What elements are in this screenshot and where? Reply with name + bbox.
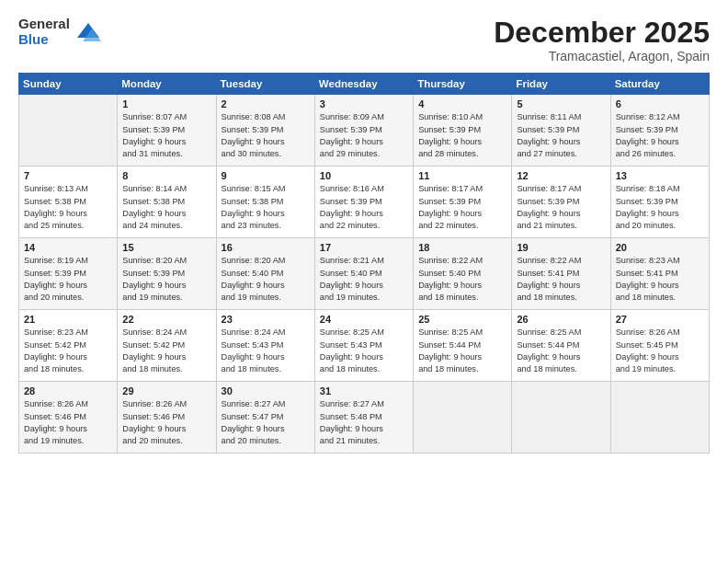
day-number: 14 — [24, 242, 112, 253]
day-cell: 11Sunrise: 8:17 AM Sunset: 5:39 PM Dayli… — [414, 167, 512, 238]
day-cell: 16Sunrise: 8:20 AM Sunset: 5:40 PM Dayli… — [216, 238, 314, 310]
day-number: 5 — [517, 98, 605, 109]
day-info: Sunrise: 8:17 AM Sunset: 5:39 PM Dayligh… — [418, 183, 506, 232]
day-number: 24 — [320, 314, 408, 325]
day-info: Sunrise: 8:26 AM Sunset: 5:46 PM Dayligh… — [122, 398, 210, 447]
day-info: Sunrise: 8:09 AM Sunset: 5:39 PM Dayligh… — [320, 111, 408, 160]
day-number: 11 — [418, 170, 506, 181]
day-number: 9 — [222, 170, 310, 181]
day-cell: 18Sunrise: 8:22 AM Sunset: 5:40 PM Dayli… — [414, 238, 512, 310]
title-block: December 2025 Tramacastiel, Aragon, Spai… — [494, 17, 710, 63]
day-number: 20 — [616, 242, 704, 253]
day-cell: 3Sunrise: 8:09 AM Sunset: 5:39 PM Daylig… — [314, 95, 413, 167]
week-row-3: 14Sunrise: 8:19 AM Sunset: 5:39 PM Dayli… — [19, 238, 710, 310]
day-cell: 10Sunrise: 8:16 AM Sunset: 5:39 PM Dayli… — [314, 167, 413, 238]
day-number: 10 — [320, 170, 408, 181]
page-header: General Blue December 2025 Tramacastiel,… — [18, 17, 710, 63]
day-info: Sunrise: 8:22 AM Sunset: 5:40 PM Dayligh… — [418, 255, 506, 304]
day-cell: 5Sunrise: 8:11 AM Sunset: 5:39 PM Daylig… — [512, 95, 610, 167]
day-cell: 24Sunrise: 8:25 AM Sunset: 5:43 PM Dayli… — [314, 310, 413, 382]
day-cell: 6Sunrise: 8:12 AM Sunset: 5:39 PM Daylig… — [610, 95, 709, 167]
logo-blue: Blue — [18, 32, 70, 48]
day-info: Sunrise: 8:19 AM Sunset: 5:39 PM Dayligh… — [24, 255, 112, 304]
day-number: 8 — [122, 170, 210, 181]
day-number: 3 — [320, 98, 408, 109]
day-info: Sunrise: 8:14 AM Sunset: 5:38 PM Dayligh… — [122, 183, 210, 232]
day-info: Sunrise: 8:22 AM Sunset: 5:41 PM Dayligh… — [517, 255, 605, 304]
day-cell: 23Sunrise: 8:24 AM Sunset: 5:43 PM Dayli… — [216, 310, 314, 382]
weekday-thursday: Thursday — [414, 74, 512, 95]
day-info: Sunrise: 8:08 AM Sunset: 5:39 PM Dayligh… — [222, 111, 310, 160]
day-info: Sunrise: 8:24 AM Sunset: 5:42 PM Dayligh… — [122, 327, 210, 375]
day-cell: 17Sunrise: 8:21 AM Sunset: 5:40 PM Dayli… — [314, 238, 413, 310]
day-cell: 1Sunrise: 8:07 AM Sunset: 5:39 PM Daylig… — [118, 95, 216, 167]
day-number: 21 — [24, 314, 112, 325]
day-number: 19 — [517, 242, 605, 253]
day-number: 18 — [418, 242, 506, 253]
location: Tramacastiel, Aragon, Spain — [494, 49, 710, 63]
day-number: 6 — [616, 98, 704, 109]
day-cell: 25Sunrise: 8:25 AM Sunset: 5:44 PM Dayli… — [414, 310, 512, 382]
day-info: Sunrise: 8:23 AM Sunset: 5:42 PM Dayligh… — [24, 327, 112, 375]
day-number: 22 — [122, 314, 210, 325]
day-cell: 19Sunrise: 8:22 AM Sunset: 5:41 PM Dayli… — [512, 238, 610, 310]
day-number: 29 — [122, 385, 210, 396]
logo-icon — [75, 19, 101, 45]
day-cell: 2Sunrise: 8:08 AM Sunset: 5:39 PM Daylig… — [216, 95, 314, 167]
day-number: 30 — [222, 385, 310, 396]
logo: General Blue — [18, 17, 101, 47]
day-cell: 31Sunrise: 8:27 AM Sunset: 5:48 PM Dayli… — [314, 382, 413, 454]
weekday-wednesday: Wednesday — [314, 74, 413, 95]
calendar-table: SundayMondayTuesdayWednesdayThursdayFrid… — [18, 73, 710, 454]
day-info: Sunrise: 8:15 AM Sunset: 5:38 PM Dayligh… — [222, 183, 310, 232]
day-number: 2 — [222, 98, 310, 109]
day-cell: 21Sunrise: 8:23 AM Sunset: 5:42 PM Dayli… — [19, 310, 118, 382]
day-number: 13 — [616, 170, 704, 181]
weekday-friday: Friday — [512, 74, 610, 95]
day-cell — [610, 382, 709, 454]
day-info: Sunrise: 8:23 AM Sunset: 5:41 PM Dayligh… — [616, 255, 704, 304]
day-info: Sunrise: 8:25 AM Sunset: 5:44 PM Dayligh… — [418, 327, 506, 375]
day-cell: 15Sunrise: 8:20 AM Sunset: 5:39 PM Dayli… — [118, 238, 216, 310]
day-number: 12 — [517, 170, 605, 181]
logo-general: General — [18, 17, 70, 32]
weekday-sunday: Sunday — [19, 74, 118, 95]
day-number: 31 — [320, 385, 408, 396]
day-info: Sunrise: 8:17 AM Sunset: 5:39 PM Dayligh… — [517, 183, 605, 232]
day-cell: 30Sunrise: 8:27 AM Sunset: 5:47 PM Dayli… — [216, 382, 314, 454]
day-cell: 4Sunrise: 8:10 AM Sunset: 5:39 PM Daylig… — [414, 95, 512, 167]
day-cell: 22Sunrise: 8:24 AM Sunset: 5:42 PM Dayli… — [118, 310, 216, 382]
day-cell: 13Sunrise: 8:18 AM Sunset: 5:39 PM Dayli… — [610, 167, 709, 238]
day-info: Sunrise: 8:16 AM Sunset: 5:39 PM Dayligh… — [320, 183, 408, 232]
day-info: Sunrise: 8:13 AM Sunset: 5:38 PM Dayligh… — [24, 183, 112, 232]
day-cell — [414, 382, 512, 454]
day-cell: 28Sunrise: 8:26 AM Sunset: 5:46 PM Dayli… — [19, 382, 118, 454]
day-info: Sunrise: 8:25 AM Sunset: 5:44 PM Dayligh… — [517, 327, 605, 375]
day-info: Sunrise: 8:24 AM Sunset: 5:43 PM Dayligh… — [222, 327, 310, 375]
day-info: Sunrise: 8:10 AM Sunset: 5:39 PM Dayligh… — [418, 111, 506, 160]
day-number: 1 — [122, 98, 210, 109]
day-number: 23 — [222, 314, 310, 325]
day-cell: 8Sunrise: 8:14 AM Sunset: 5:38 PM Daylig… — [118, 167, 216, 238]
day-info: Sunrise: 8:27 AM Sunset: 5:48 PM Dayligh… — [320, 398, 408, 447]
day-info: Sunrise: 8:07 AM Sunset: 5:39 PM Dayligh… — [122, 111, 210, 160]
day-info: Sunrise: 8:11 AM Sunset: 5:39 PM Dayligh… — [517, 111, 605, 160]
day-cell — [19, 95, 118, 167]
weekday-saturday: Saturday — [610, 74, 709, 95]
weekday-header-row: SundayMondayTuesdayWednesdayThursdayFrid… — [19, 74, 710, 95]
month-title: December 2025 — [494, 17, 710, 49]
day-number: 4 — [418, 98, 506, 109]
day-number: 15 — [122, 242, 210, 253]
week-row-4: 21Sunrise: 8:23 AM Sunset: 5:42 PM Dayli… — [19, 310, 710, 382]
day-info: Sunrise: 8:18 AM Sunset: 5:39 PM Dayligh… — [616, 183, 704, 232]
day-cell: 14Sunrise: 8:19 AM Sunset: 5:39 PM Dayli… — [19, 238, 118, 310]
day-number: 27 — [616, 314, 704, 325]
day-info: Sunrise: 8:20 AM Sunset: 5:40 PM Dayligh… — [222, 255, 310, 304]
day-info: Sunrise: 8:12 AM Sunset: 5:39 PM Dayligh… — [616, 111, 704, 160]
day-cell: 29Sunrise: 8:26 AM Sunset: 5:46 PM Dayli… — [118, 382, 216, 454]
day-cell: 27Sunrise: 8:26 AM Sunset: 5:45 PM Dayli… — [610, 310, 709, 382]
day-number: 25 — [418, 314, 506, 325]
day-cell: 12Sunrise: 8:17 AM Sunset: 5:39 PM Dayli… — [512, 167, 610, 238]
weekday-monday: Monday — [118, 74, 216, 95]
week-row-1: 1Sunrise: 8:07 AM Sunset: 5:39 PM Daylig… — [19, 95, 710, 167]
